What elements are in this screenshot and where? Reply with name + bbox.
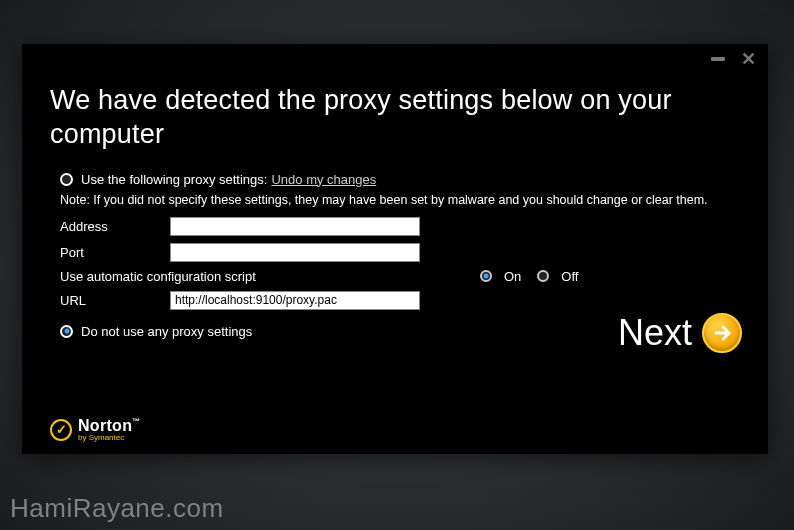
address-input[interactable] xyxy=(170,217,420,236)
address-label: Address xyxy=(60,219,170,234)
next-button[interactable]: Next xyxy=(618,312,742,354)
arrow-right-icon xyxy=(702,313,742,353)
undo-changes-link[interactable]: Undo my changes xyxy=(271,172,376,187)
next-button-label: Next xyxy=(618,312,692,354)
window-controls: ✕ xyxy=(711,52,756,66)
brand-subtitle: by Symantec xyxy=(78,434,141,442)
script-off-radio[interactable] xyxy=(537,270,549,282)
norton-check-icon xyxy=(50,419,72,441)
script-on-label: On xyxy=(504,269,521,284)
installer-window: ✕ We have detected the proxy settings be… xyxy=(22,44,768,454)
use-proxy-radio[interactable] xyxy=(60,173,73,186)
watermark-text: HamiRayane.com xyxy=(10,493,224,524)
url-input[interactable] xyxy=(170,291,420,310)
port-label: Port xyxy=(60,245,170,260)
do-not-use-label: Do not use any proxy settings xyxy=(81,324,252,339)
use-proxy-row: Use the following proxy settings: Undo m… xyxy=(60,172,740,187)
page-title: We have detected the proxy settings belo… xyxy=(50,84,740,152)
brand-name: Norton™ xyxy=(78,418,141,434)
proxy-form: Address Port Use automatic configuration… xyxy=(60,217,740,310)
script-toggle-group: On Off xyxy=(480,269,590,284)
close-icon[interactable]: ✕ xyxy=(741,52,756,66)
url-label: URL xyxy=(60,293,170,308)
port-input[interactable] xyxy=(170,243,420,262)
auto-script-label: Use automatic configuration script xyxy=(60,269,256,284)
brand-badge: Norton™ by Symantec xyxy=(50,418,141,442)
script-on-radio[interactable] xyxy=(480,270,492,282)
do-not-use-radio[interactable] xyxy=(60,325,73,338)
minimize-icon[interactable] xyxy=(711,57,725,61)
script-off-label: Off xyxy=(561,269,578,284)
malware-note: Note: If you did not specify these setti… xyxy=(60,193,740,207)
use-proxy-label: Use the following proxy settings: xyxy=(81,172,267,187)
